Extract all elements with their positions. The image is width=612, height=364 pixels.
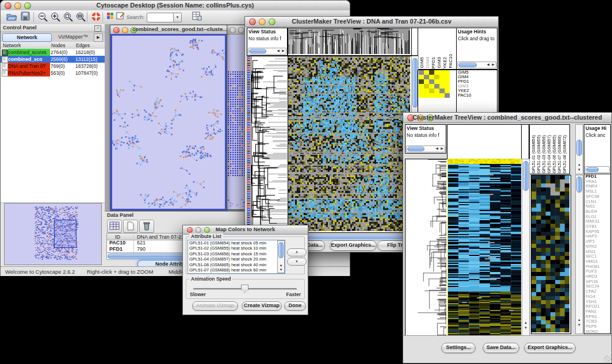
tv2-gene-list-panel: PFD1YRA1RNR4MSL1SPC98CLN1NIS1BUD4ELG1MAK… [584, 174, 611, 334]
done-button[interactable]: Done [284, 301, 306, 311]
network-table-icon[interactable] [190, 12, 203, 22]
scrollbar-thumb[interactable] [576, 177, 582, 193]
tv1-hints-hscrollbar[interactable]: ◀▶ [457, 62, 496, 68]
column-label[interactable]: PAC10 [448, 54, 454, 68]
scrollbar-thumb[interactable] [586, 167, 599, 172]
tv2-main-vscrollbar[interactable]: ▲▼ [522, 159, 530, 337]
column-label[interactable]: GPL51-02 (GSM855) [536, 135, 541, 173]
network-overview-panel[interactable] [4, 203, 102, 265]
delete-attribute-icon[interactable] [139, 220, 154, 233]
zoom-in-icon[interactable] [49, 12, 62, 22]
tab-vizmapper[interactable]: VizMapper™ [52, 33, 94, 41]
tv1-status-hscrollbar[interactable]: ◀▶ [248, 48, 286, 55]
tv1-heatmap[interactable] [288, 56, 412, 233]
gene-label[interactable]: PAC10 [457, 93, 497, 98]
column-label[interactable]: GIM4 [425, 57, 431, 68]
attribute-item[interactable]: GPL51-06 (GSM865) heat shock 40 min [188, 262, 285, 267]
network-list-row[interactable]: combined_sco 2569(6) 13112(15) [1, 56, 105, 63]
network-view-window[interactable]: combined_scores_good.txt--cluste... [110, 25, 227, 211]
zoom-heatmap-canvas[interactable] [419, 70, 450, 98]
column-dendrogram-canvas[interactable] [288, 28, 410, 54]
network-list-row[interactable]: RNAPuberNov2+ 563(0) 107847(0) [1, 70, 105, 76]
attribute-list[interactable]: GPL51-01 (GSM854) heat shock 05 minGPL51… [188, 240, 285, 274]
export-graphics-button[interactable]: Export Graphics... [330, 240, 377, 251]
scrollbar-thumb[interactable] [249, 49, 266, 53]
tv2-row-dendrogram[interactable] [405, 159, 448, 337]
treeview2-titlebar[interactable]: ClusterMaker TreeView : combined_scores_… [403, 113, 611, 123]
scrollbar-thumb[interactable] [523, 161, 529, 191]
annotation-icon[interactable] [116, 12, 126, 22]
network-list-row[interactable]: combined_scores 2764(0) 16218(0) [1, 49, 105, 56]
column-label[interactable]: GPL51-06 (GSM865) [552, 135, 557, 173]
export-graphics-button[interactable]: Export Graphics... [524, 343, 576, 353]
gene-label[interactable]: MON2 [584, 329, 610, 334]
cytoscape-titlebar[interactable]: Cytoscape Desktop (Session Name: collins… [1, 1, 350, 11]
animate-vizmap-button[interactable]: Animate Vizmap [192, 301, 238, 311]
tv2-column-dendrogram[interactable] [447, 124, 522, 160]
tv1-column-labels: GIM5GIM4PFD1GIM3YKE2PAC10 [419, 29, 454, 68]
column-label[interactable]: GIM3 [437, 57, 442, 68]
col-nodes: Nodes [51, 43, 66, 48]
open-file-button[interactable] [5, 12, 18, 22]
heatmap-canvas[interactable] [448, 159, 521, 335]
float-panel-icon[interactable]: ↗ [94, 25, 101, 32]
help-lifesaver-icon[interactable] [90, 12, 102, 22]
tab-network[interactable]: Network [2, 33, 52, 42]
scrollbar-thumb[interactable] [412, 58, 418, 108]
column-label[interactable]: GIM5 [419, 57, 425, 68]
tv2-status-hscrollbar[interactable]: ◀▶ [406, 145, 445, 152]
attribute-item[interactable]: GPL51-01 (GSM854) heat shock 05 min [188, 240, 285, 246]
control-panel-header: Control Panel [1, 24, 105, 32]
scrollbar-thumb[interactable] [407, 147, 424, 151]
tv2-heatmap[interactable] [447, 159, 523, 337]
save-button[interactable] [19, 12, 32, 22]
tv2-hints-hscrollbar[interactable] [585, 166, 610, 173]
treeview1-titlebar[interactable]: ClusterMaker TreeView : DNA and Tran 07-… [245, 17, 498, 27]
attribute-item[interactable]: GPL51-02 (GSM855) heat shock 10 min [188, 246, 285, 251]
column-label[interactable]: GPL51-08 (GSM872) [562, 135, 567, 173]
attribute-item[interactable]: GPL51-07 (GSM868) heat shock 60 min [188, 267, 285, 273]
scrollbar-thumb[interactable] [278, 242, 284, 258]
column-label[interactable]: GPL51-04 (GSM857) [546, 135, 552, 173]
network-file-icon [2, 49, 8, 56]
move-down-button[interactable]: ∨ [287, 258, 307, 266]
tv2-zoom-vscrollbar[interactable]: ▲▼ [575, 175, 583, 334]
settings-button[interactable]: Settings... [441, 343, 476, 353]
tv2-labels-vscrollbar[interactable]: ▲▼ [575, 124, 583, 174]
new-attribute-icon[interactable] [123, 220, 138, 233]
tv2-zoom-heatmap[interactable] [531, 175, 571, 334]
network-view-titlebar[interactable]: combined_scores_good.txt--cluste... [110, 25, 227, 35]
attribute-item[interactable]: GPL51-04 (GSM857) heat shock 20 min [188, 256, 285, 262]
search-dropdown-icon[interactable]: ▼ [173, 13, 182, 22]
network-view-canvas[interactable] [112, 36, 225, 209]
zoom-heatmap-canvas[interactable] [531, 175, 569, 332]
column-label[interactable]: YKE2 [442, 57, 448, 68]
tab-overflow-arrow[interactable]: ▶ [94, 33, 103, 42]
column-label[interactable]: GPL51-01 (GSM854) [531, 135, 536, 173]
tv1-column-dendrogram[interactable] [288, 28, 412, 56]
attribute-list-vscrollbar[interactable]: ▲▼ [277, 240, 285, 273]
scrollbar-thumb[interactable] [458, 63, 477, 67]
column-label[interactable]: GPL51-03 (GSM856) [541, 135, 546, 173]
zoom-selected-icon[interactable] [62, 12, 74, 22]
heatmap-canvas[interactable] [288, 56, 410, 231]
usage-hints-title: Usage Hints [457, 28, 497, 35]
column-label[interactable]: GPL51-07 (GSM868) [557, 135, 562, 173]
network-list-row[interactable]: DNA and Tran 07 769(0) 183728(0) [1, 63, 105, 70]
attribute-item[interactable]: GPL51-03 (GSM856) heat shock 15 min [188, 251, 285, 256]
column-label[interactable]: PFD1 [431, 57, 437, 68]
tv1-row-dendrogram[interactable] [251, 56, 289, 233]
vizmapper-icon[interactable] [105, 12, 114, 22]
zoom-out-icon[interactable] [36, 12, 49, 22]
create-vizmap-button[interactable]: Create Vizmap [242, 301, 282, 311]
resize-grip[interactable] [604, 355, 611, 362]
search-input[interactable] [147, 13, 177, 22]
move-up-button[interactable]: ∧ [287, 248, 307, 256]
network-overview-canvas[interactable] [5, 204, 100, 263]
row-dendrogram-canvas[interactable] [251, 56, 287, 231]
save-data-button[interactable]: Save Data... [483, 343, 519, 353]
zoom-fit-icon[interactable] [74, 12, 87, 22]
scrollbar-thumb[interactable] [576, 140, 582, 156]
row-dendrogram-canvas[interactable] [406, 159, 446, 335]
attribute-grid-icon[interactable] [107, 220, 122, 233]
